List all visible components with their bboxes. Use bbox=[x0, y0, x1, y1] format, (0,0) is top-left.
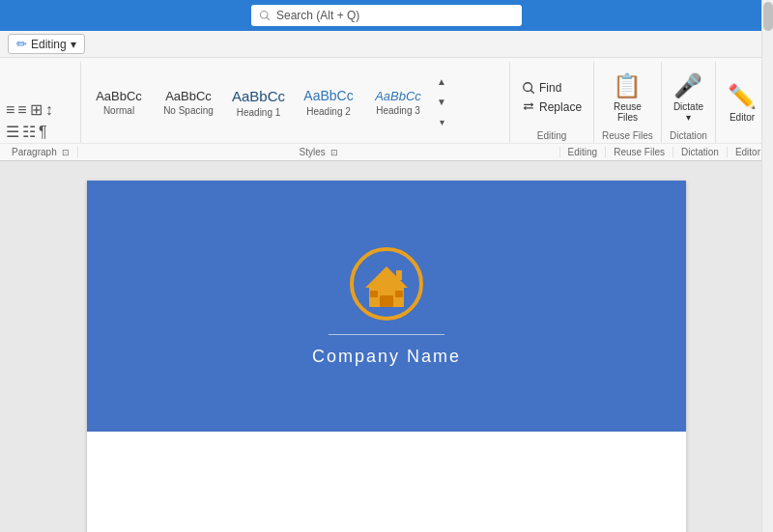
style-normal-label: Normal bbox=[103, 105, 134, 116]
dictation-group: 🎤 Dictate▾ Dictation bbox=[662, 62, 716, 143]
paragraph-icon-3: ⊞ bbox=[30, 100, 43, 119]
editing-bar: ✏ Editing ▾ bbox=[0, 31, 773, 58]
editor-button[interactable]: ✏️ Editor bbox=[724, 81, 760, 125]
dictation-section-label: Dictation bbox=[673, 147, 728, 157]
styles-row: AaBbCc Normal AaBbCc No Spacing AaBbCc H… bbox=[81, 62, 509, 143]
style-normal[interactable]: AaBbCc Normal bbox=[85, 87, 153, 119]
paragraph-icon-2: ≡ bbox=[17, 101, 26, 119]
svg-rect-10 bbox=[396, 270, 402, 280]
editor-label: Editor bbox=[730, 112, 755, 123]
ribbon-main: ≡ ≡ ⊞ ↕ ☰ ☷ ¶ AaBbCc Normal AaBbCc No Sp… bbox=[0, 58, 773, 143]
paragraph-section-label: Paragraph ⊡ bbox=[4, 147, 78, 157]
svg-line-1 bbox=[267, 17, 270, 20]
style-normal-preview: AaBbCc bbox=[96, 89, 142, 104]
editing-mode-label: Editing bbox=[31, 38, 67, 51]
editing-group-label: Editing bbox=[537, 130, 567, 141]
style-no-spacing[interactable]: AaBbCc No Spacing bbox=[155, 87, 222, 119]
styles-scroll-down: ▼ bbox=[437, 98, 446, 107]
dropdown-arrow: ▾ bbox=[71, 38, 76, 51]
find-label: Find bbox=[539, 81, 561, 95]
svg-rect-9 bbox=[395, 291, 403, 297]
reuse-files-icon: 📋 bbox=[613, 72, 642, 99]
style-heading1-preview: AaBbCc bbox=[232, 88, 285, 105]
style-heading1-label: Heading 1 bbox=[237, 107, 281, 118]
paragraph-icon-4: ↕ bbox=[45, 101, 53, 119]
dictation-group-label: Dictation bbox=[670, 130, 707, 141]
document-area: Company Name bbox=[0, 161, 773, 532]
svg-rect-7 bbox=[380, 295, 393, 307]
reuse-files-group-content: 📋 ReuseFiles bbox=[609, 66, 645, 128]
section-labels-row: Paragraph ⊡ Styles ⊡ Editing Reuse Files… bbox=[0, 143, 773, 160]
reuse-files-button[interactable]: 📋 ReuseFiles bbox=[609, 70, 645, 125]
title-bar: Search (Alt + Q) bbox=[0, 0, 773, 31]
find-icon bbox=[522, 81, 535, 95]
editor-group-content: ✏️ Editor bbox=[724, 66, 760, 139]
reuse-files-label: ReuseFiles bbox=[614, 101, 642, 123]
company-name-text: Company Name bbox=[312, 347, 461, 367]
find-replace-buttons: Find Replace bbox=[518, 79, 586, 116]
paragraph-icon-1: ≡ bbox=[6, 101, 14, 119]
reuse-files-section-label: Reuse Files bbox=[606, 147, 673, 157]
paragraph-icon-6: ☷ bbox=[22, 123, 36, 141]
editing-group: Find Replace Editing bbox=[510, 62, 594, 143]
style-heading2-preview: AaBbCc bbox=[303, 88, 353, 104]
svg-line-3 bbox=[530, 90, 533, 93]
find-button[interactable]: Find bbox=[518, 79, 586, 97]
editor-icon: ✏️ bbox=[728, 83, 757, 110]
dictation-icon: 🎤 bbox=[673, 72, 702, 99]
style-no-spacing-preview: AaBbCc bbox=[165, 89, 212, 104]
document-page: Company Name bbox=[87, 181, 686, 532]
styles-section-label: Styles ⊡ bbox=[78, 147, 559, 157]
styles-scroll-up: ▲ bbox=[437, 77, 446, 87]
dictation-group-content: 🎤 Dictate▾ bbox=[670, 66, 707, 128]
reuse-files-group: 📋 ReuseFiles Reuse Files bbox=[594, 62, 662, 143]
replace-icon bbox=[522, 100, 535, 114]
editing-group-content: Find Replace bbox=[518, 66, 586, 128]
page-banner: Company Name bbox=[87, 181, 686, 432]
company-logo bbox=[348, 245, 425, 322]
styles-section: AaBbCc Normal AaBbCc No Spacing AaBbCc H… bbox=[81, 62, 510, 143]
search-icon bbox=[259, 10, 271, 21]
editing-mode-button[interactable]: ✏ Editing ▾ bbox=[8, 34, 85, 54]
paragraph-icon-7: ¶ bbox=[39, 124, 47, 141]
dictation-button[interactable]: 🎤 Dictate▾ bbox=[670, 70, 707, 125]
svg-rect-8 bbox=[370, 291, 378, 297]
paragraph-icon-5: ☰ bbox=[6, 123, 19, 141]
editing-section-label: Editing bbox=[560, 147, 607, 157]
style-heading2-label: Heading 2 bbox=[306, 106, 351, 117]
style-heading2[interactable]: AaBbCc Heading 2 bbox=[295, 86, 362, 119]
dictation-label: Dictate▾ bbox=[673, 101, 703, 123]
pencil-icon: ✏ bbox=[16, 37, 27, 51]
style-no-spacing-label: No Spacing bbox=[163, 105, 214, 116]
styles-dropdown-button[interactable]: ▲ ▼ ▾ bbox=[434, 75, 449, 129]
company-name-divider bbox=[329, 334, 444, 335]
style-heading3-preview: AaBbCc bbox=[375, 89, 421, 104]
replace-label: Replace bbox=[539, 100, 582, 114]
paragraph-section: ≡ ≡ ⊞ ↕ ☰ ☷ ¶ bbox=[4, 62, 81, 143]
styles-expand: ▾ bbox=[440, 118, 444, 127]
search-placeholder: Search (Alt + Q) bbox=[276, 9, 359, 22]
document-scrollbar[interactable] bbox=[761, 161, 773, 532]
style-heading1[interactable]: AaBbCc Heading 1 bbox=[224, 86, 293, 120]
search-box[interactable]: Search (Alt + Q) bbox=[251, 5, 522, 26]
style-heading3-label: Heading 3 bbox=[376, 105, 420, 116]
replace-button[interactable]: Replace bbox=[518, 98, 586, 116]
ribbon: ✏ Editing ▾ ≡ ≡ ⊞ ↕ ☰ ☷ ¶ AaBbCc bbox=[0, 31, 773, 161]
style-heading3[interactable]: AaBbCc Heading 3 bbox=[364, 87, 432, 119]
reuse-files-group-label: Reuse Files bbox=[602, 130, 653, 141]
